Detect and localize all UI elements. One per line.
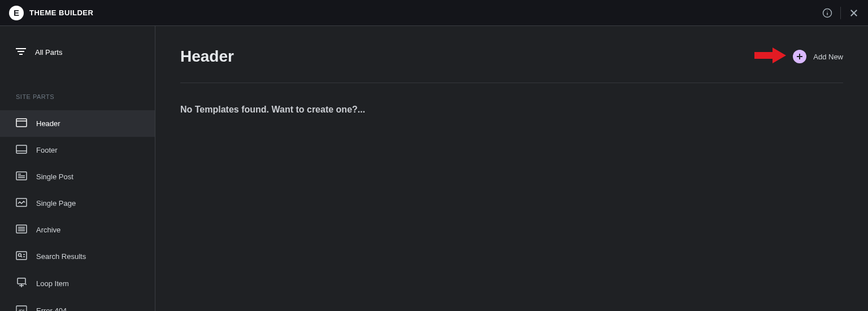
sidebar-item-archive[interactable]: Archive bbox=[0, 217, 155, 243]
elementor-logo[interactable]: E bbox=[9, 6, 24, 20]
archive-icon bbox=[16, 224, 27, 235]
topbar-left: E THEME BUILDER bbox=[9, 6, 93, 20]
topbar-right bbox=[822, 7, 859, 19]
sidebar-item-label: Error 404 bbox=[36, 306, 67, 311]
sidebar-section-label: SITE PARTS bbox=[0, 66, 155, 110]
all-parts-button[interactable]: All Parts bbox=[0, 38, 155, 66]
main-header: Header Add New bbox=[180, 46, 843, 83]
loop-icon bbox=[16, 278, 27, 290]
sidebar: All Parts SITE PARTS Header Footer bbox=[0, 26, 155, 311]
sidebar-item-label: Single Page bbox=[36, 199, 76, 208]
svg-rect-16 bbox=[16, 198, 27, 206]
footer-icon bbox=[16, 145, 27, 156]
sidebar-item-header[interactable]: Header bbox=[0, 110, 155, 137]
add-new-wrap: Add New bbox=[754, 46, 843, 67]
close-icon[interactable] bbox=[849, 8, 859, 18]
sidebar-item-loop-item[interactable]: Loop Item bbox=[0, 270, 155, 297]
svg-point-31 bbox=[25, 284, 27, 285]
svg-rect-10 bbox=[16, 145, 27, 153]
plus-icon bbox=[793, 50, 806, 63]
svg-marker-34 bbox=[754, 47, 786, 63]
search-results-icon bbox=[16, 251, 27, 262]
add-new-label: Add New bbox=[813, 53, 843, 61]
sidebar-item-label: Single Post bbox=[36, 172, 73, 181]
all-parts-label: All Parts bbox=[35, 48, 62, 57]
page-icon bbox=[16, 198, 27, 209]
svg-text:404: 404 bbox=[19, 309, 25, 311]
header-icon bbox=[16, 118, 27, 129]
svg-point-22 bbox=[19, 254, 21, 257]
layout: All Parts SITE PARTS Header Footer bbox=[0, 26, 868, 311]
add-new-button[interactable]: Add New bbox=[793, 50, 843, 63]
error-404-icon: 404 bbox=[16, 305, 27, 311]
sidebar-item-label: Search Results bbox=[36, 252, 86, 261]
sidebar-item-single-post[interactable]: Single Post bbox=[0, 163, 155, 190]
page-title: Header bbox=[180, 47, 234, 66]
topbar: E THEME BUILDER bbox=[0, 0, 868, 26]
sidebar-item-label: Archive bbox=[36, 226, 60, 234]
svg-rect-26 bbox=[18, 278, 25, 284]
topbar-divider bbox=[840, 7, 841, 19]
sidebar-item-error-404[interactable]: 404 Error 404 bbox=[0, 297, 155, 311]
sidebar-item-label: Footer bbox=[36, 146, 58, 154]
arrow-right-annotation-icon bbox=[754, 46, 786, 67]
sidebar-item-search-results[interactable]: Search Results bbox=[0, 243, 155, 270]
post-icon bbox=[16, 171, 27, 182]
help-icon[interactable] bbox=[822, 8, 832, 18]
topbar-title: THEME BUILDER bbox=[29, 8, 93, 17]
sidebar-item-label: Header bbox=[36, 119, 60, 128]
svg-line-23 bbox=[21, 256, 22, 257]
sidebar-item-footer[interactable]: Footer bbox=[0, 137, 155, 163]
svg-rect-8 bbox=[16, 119, 27, 127]
all-parts-icon bbox=[16, 47, 26, 57]
main-content: Header Add New No bbox=[155, 26, 868, 311]
sidebar-item-label: Loop Item bbox=[36, 279, 69, 288]
empty-state-text: No Templates found. Want to create one?.… bbox=[180, 83, 843, 115]
logo-letter: E bbox=[14, 8, 19, 18]
sidebar-item-single-page[interactable]: Single Page bbox=[0, 190, 155, 217]
